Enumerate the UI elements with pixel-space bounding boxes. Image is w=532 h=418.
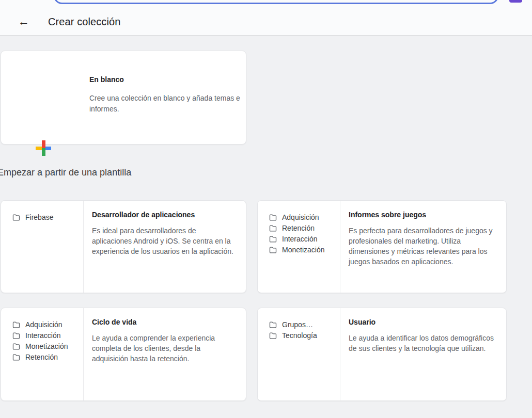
folder-icon bbox=[12, 331, 21, 340]
blank-card-title: En blanco bbox=[89, 75, 124, 84]
folder-icon bbox=[12, 320, 21, 329]
folder-icon bbox=[12, 342, 21, 351]
folder-icon bbox=[269, 235, 277, 244]
topic-row: Retención bbox=[12, 352, 79, 362]
template-info-panel: Informes sobre juegos Es perfecta para d… bbox=[340, 201, 506, 293]
template-card-title: Informes sobre juegos bbox=[349, 211, 498, 219]
page-title: Crear colección bbox=[48, 15, 120, 27]
template-card-description: Le ayuda a comprender la experiencia com… bbox=[92, 333, 238, 364]
browser-chrome-strip bbox=[0, 0, 532, 8]
extension-icon[interactable] bbox=[509, 0, 522, 3]
topic-label: Adquisición bbox=[282, 213, 319, 221]
template-info-panel: Usuario Le ayuda a identificar los datos… bbox=[340, 308, 506, 400]
template-card-title: Ciclo de vida bbox=[92, 318, 238, 326]
template-card-3[interactable]: Adquisición Interacción Monetización Ret… bbox=[1, 308, 246, 401]
topic-label: Interacción bbox=[282, 235, 317, 243]
folder-icon bbox=[269, 213, 277, 222]
template-card-1[interactable]: Firebase Desarrollador de aplicaciones E… bbox=[1, 200, 246, 293]
template-info-panel: Desarrollador de aplicaciones Es ideal p… bbox=[84, 201, 246, 293]
template-info-panel: Ciclo de vida Le ayuda a comprender la e… bbox=[84, 308, 246, 400]
blank-card-description: Cree una colección en blanco y añada tem… bbox=[89, 93, 241, 115]
topic-label: Retención bbox=[25, 353, 58, 361]
topic-label: Interacción bbox=[25, 331, 60, 340]
back-button[interactable]: ← bbox=[17, 14, 31, 29]
back-arrow-icon: ← bbox=[18, 15, 29, 28]
topic-row: Adquisición bbox=[12, 319, 79, 330]
topic-label: Retención bbox=[282, 224, 315, 232]
template-card-description: Es perfecta para desarrolladores de jueg… bbox=[349, 226, 498, 267]
folder-icon bbox=[269, 331, 277, 340]
template-card-4[interactable]: Grupos… Tecnología Usuario Le ayuda a id… bbox=[257, 308, 507, 401]
topic-row: Tecnología bbox=[269, 330, 336, 341]
topic-label: Tecnología bbox=[282, 331, 317, 340]
template-topics-panel: Grupos… Tecnología bbox=[258, 308, 340, 400]
blank-collection-card[interactable]: En blanco Cree una colección en blanco y… bbox=[1, 51, 246, 144]
folder-icon bbox=[12, 353, 21, 362]
topic-label: Adquisición bbox=[25, 320, 62, 329]
topic-label: Monetización bbox=[25, 342, 68, 350]
template-card-title: Desarrollador de aplicaciones bbox=[92, 211, 238, 219]
topic-row: Adquisición bbox=[269, 212, 336, 222]
template-card-description: Le ayuda a identificar los datos demográ… bbox=[349, 333, 498, 353]
address-bar-focus-outline[interactable] bbox=[54, 0, 498, 4]
topic-row: Firebase bbox=[12, 212, 79, 222]
page-header: ← Crear colección bbox=[0, 8, 532, 36]
folder-icon bbox=[269, 224, 277, 233]
topic-row: Interacción bbox=[269, 234, 336, 244]
topic-row: Monetización bbox=[269, 245, 336, 255]
google-plus-icon bbox=[35, 140, 52, 156]
topic-label: Grupos… bbox=[282, 320, 313, 329]
template-card-title: Usuario bbox=[349, 318, 498, 326]
folder-icon bbox=[12, 213, 21, 222]
plus-arm-top bbox=[42, 140, 45, 148]
topic-label: Firebase bbox=[25, 213, 53, 221]
template-card-description: Es ideal para desarrolladores de aplicac… bbox=[92, 226, 238, 256]
topic-row: Retención bbox=[269, 223, 336, 233]
topic-row: Interacción bbox=[12, 330, 79, 341]
topic-label: Monetización bbox=[282, 246, 325, 254]
topic-row: Monetización bbox=[12, 341, 79, 351]
template-topics-panel: Adquisición Retención Interacción Moneti… bbox=[258, 201, 340, 293]
folder-icon bbox=[269, 246, 277, 254]
template-topics-panel: Firebase bbox=[1, 201, 84, 293]
folder-icon bbox=[269, 320, 277, 329]
template-topics-panel: Adquisición Interacción Monetización Ret… bbox=[1, 308, 84, 400]
topic-row: Grupos… bbox=[269, 319, 336, 330]
plus-arm-bottom bbox=[42, 148, 45, 156]
templates-section-heading: Empezar a partir de una plantilla bbox=[0, 167, 131, 178]
template-card-2[interactable]: Adquisición Retención Interacción Moneti… bbox=[257, 200, 507, 293]
